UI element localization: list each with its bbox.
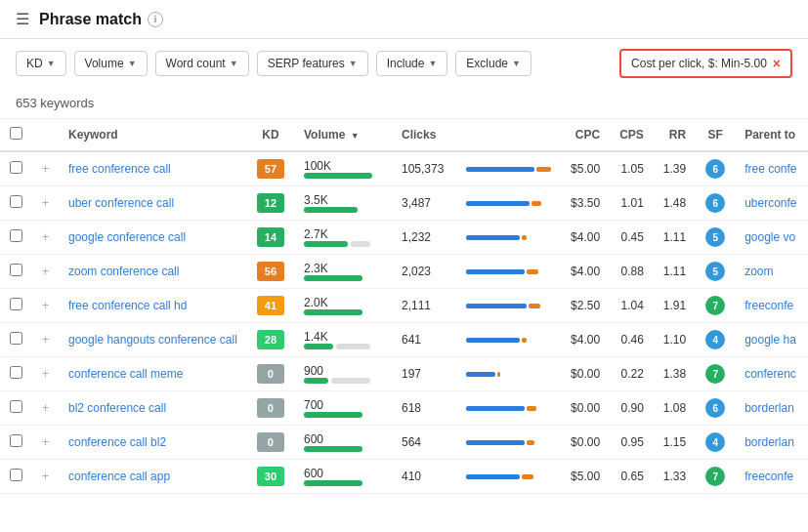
parent-topic-link[interactable]: freeconfe: [744, 470, 793, 483]
parent-topic-link[interactable]: conferenc: [744, 367, 796, 381]
sf-badge: 7: [705, 467, 725, 486]
chevron-down-icon: ▼: [428, 59, 437, 68]
clicks-cell: 1,232: [392, 221, 456, 255]
clicks-bar-cell: [456, 221, 561, 255]
keyword-link[interactable]: conference call bl2: [68, 435, 166, 449]
active-filter-close[interactable]: ×: [773, 56, 781, 71]
sf-badge: 7: [705, 364, 725, 384]
rr-cell: 1.11: [654, 221, 696, 255]
table-row: + free conference call 57 100K 105,373 $…: [0, 151, 808, 186]
select-all-checkbox[interactable]: [10, 127, 22, 140]
table-row: + zoom conference call 56 2.3K 2,023 $4.…: [0, 255, 808, 289]
kd-badge: 56: [257, 262, 284, 281]
keyword-link[interactable]: free conference call hd: [68, 299, 187, 312]
keyword-link[interactable]: zoom conference call: [68, 265, 179, 278]
row-checkbox[interactable]: [10, 298, 22, 310]
add-keyword-icon[interactable]: +: [32, 357, 59, 391]
table-header: Keyword KD Volume ▼ Clicks CPC CPS RR SF…: [0, 119, 808, 151]
rr-cell: 1.15: [654, 426, 696, 460]
parent-topic-link[interactable]: zoom: [744, 265, 773, 278]
parent-topic-link[interactable]: google ha: [744, 333, 796, 347]
clicks-cell: 105,373: [392, 151, 456, 186]
sf-badge: 4: [705, 432, 725, 452]
filters-bar: KD▼Volume▼Word count▼SERP features▼Inclu…: [0, 39, 808, 88]
table-row: + uber conference call 12 3.5K 3,487 $3.…: [0, 186, 808, 221]
chevron-down-icon: ▼: [128, 59, 137, 68]
table-row: + bl2 conference call 0 700 618 $0.00 0.…: [0, 391, 808, 426]
row-checkbox[interactable]: [10, 400, 22, 413]
rr-cell: 1.91: [654, 289, 696, 323]
cps-cell: 1.05: [610, 151, 654, 186]
table-row: + free conference call hd 41 2.0K 2,111 …: [0, 289, 808, 323]
keyword-link[interactable]: conference call meme: [68, 367, 183, 381]
add-keyword-icon[interactable]: +: [32, 391, 59, 426]
keyword-link[interactable]: bl2 conference call: [68, 401, 166, 415]
volume-cell: 3.5K: [294, 186, 392, 221]
clicks-bar-cell: [456, 255, 561, 289]
cps-cell: 0.95: [610, 426, 654, 460]
filter-volume-button[interactable]: Volume▼: [74, 51, 148, 76]
cps-cell: 1.01: [610, 186, 654, 221]
hamburger-icon[interactable]: ☰: [16, 10, 29, 28]
row-checkbox[interactable]: [10, 264, 22, 276]
rr-cell: 1.11: [654, 255, 696, 289]
row-checkbox[interactable]: [10, 161, 22, 174]
add-keyword-icon[interactable]: +: [32, 323, 59, 357]
row-checkbox[interactable]: [10, 469, 22, 481]
keyword-link[interactable]: conference call app: [68, 470, 170, 483]
header: ☰ Phrase match ℹ: [0, 0, 808, 39]
filter-label: KD: [26, 57, 43, 70]
table-row: + conference call meme 0 900 197 $0.00 0…: [0, 357, 808, 391]
clicks-cell: 641: [392, 323, 456, 357]
col-volume[interactable]: Volume ▼: [294, 119, 392, 151]
filter-exclude-button[interactable]: Exclude▼: [455, 51, 532, 76]
row-checkbox[interactable]: [10, 434, 22, 447]
parent-topic-link[interactable]: borderlan: [744, 435, 794, 449]
keyword-link[interactable]: free conference call: [68, 162, 171, 176]
col-clicks-bar: [456, 119, 561, 151]
parent-topic-link[interactable]: freeconfe: [744, 299, 793, 312]
row-checkbox[interactable]: [10, 366, 22, 379]
chevron-down-icon: ▼: [230, 59, 238, 68]
row-checkbox[interactable]: [10, 332, 22, 345]
col-rr: RR: [654, 119, 696, 151]
filter-word_count-button[interactable]: Word count▼: [155, 51, 249, 76]
active-filter-label: Cost per click, $: Min-5.00: [631, 57, 767, 70]
keyword-count: 653 keywords: [0, 88, 808, 119]
volume-cell: 600: [294, 460, 392, 494]
parent-topic-link[interactable]: free confe: [744, 162, 796, 176]
clicks-bar-cell: [456, 391, 561, 426]
keywords-table-wrap: Keyword KD Volume ▼ Clicks CPC CPS RR SF…: [0, 119, 808, 494]
add-keyword-icon[interactable]: +: [32, 289, 59, 323]
filter-kd-button[interactable]: KD▼: [16, 51, 66, 76]
info-icon[interactable]: ℹ: [148, 12, 163, 27]
keyword-link[interactable]: google hangouts conference call: [68, 333, 237, 347]
rr-cell: 1.10: [654, 323, 696, 357]
add-keyword-icon[interactable]: +: [32, 221, 59, 255]
add-keyword-icon[interactable]: +: [32, 460, 59, 494]
filter-include-button[interactable]: Include▼: [376, 51, 448, 76]
add-keyword-icon[interactable]: +: [32, 426, 59, 460]
filter-serp_features-button[interactable]: SERP features▼: [257, 51, 368, 76]
volume-cell: 2.3K: [294, 255, 392, 289]
clicks-cell: 564: [392, 426, 456, 460]
row-checkbox[interactable]: [10, 229, 22, 242]
parent-topic-link[interactable]: borderlan: [744, 401, 794, 415]
volume-cell: 700: [294, 391, 392, 426]
kd-badge: 30: [257, 467, 284, 486]
add-keyword-icon[interactable]: +: [32, 151, 59, 186]
keyword-link[interactable]: google conference call: [68, 230, 186, 244]
cps-cell: 0.22: [610, 357, 654, 391]
volume-cell: 600: [294, 426, 392, 460]
parent-topic-link[interactable]: uberconfe: [744, 196, 796, 210]
add-keyword-icon[interactable]: +: [32, 186, 59, 221]
row-checkbox[interactable]: [10, 195, 22, 208]
rr-cell: 1.08: [654, 391, 696, 426]
rr-cell: 1.39: [654, 151, 696, 186]
cpc-cell: $0.00: [561, 391, 610, 426]
cpc-cell: $0.00: [561, 426, 610, 460]
keyword-link[interactable]: uber conference call: [68, 196, 174, 210]
add-keyword-icon[interactable]: +: [32, 255, 59, 289]
parent-topic-link[interactable]: google vo: [744, 230, 795, 244]
sf-badge: 6: [705, 193, 725, 213]
